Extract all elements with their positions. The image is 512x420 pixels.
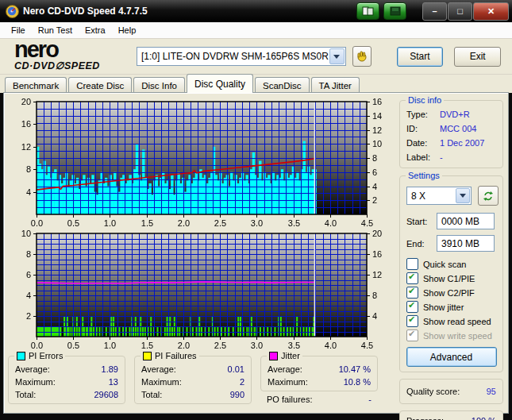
disc-info-value: 1 Dec 2007 bbox=[440, 138, 484, 148]
speed-dropdown-button[interactable] bbox=[456, 188, 470, 203]
save-screenshot-button[interactable] bbox=[383, 2, 406, 20]
menu-item-file[interactable]: File bbox=[5, 24, 32, 37]
stats-row: PI ErrorsAverage:1.89Maximum:13Total:296… bbox=[8, 356, 394, 404]
stat-value: 0.01 bbox=[228, 364, 244, 374]
app-icon bbox=[6, 5, 19, 18]
hand-icon bbox=[356, 50, 368, 63]
disc-info-value: MCC 004 bbox=[440, 124, 476, 133]
disc-info-row: Label:- bbox=[400, 150, 502, 164]
disc-info-group: Disc info Type:DVD+RID:MCC 004Date:1 Dec… bbox=[399, 100, 503, 168]
checkbox-label: Show C1/PIE bbox=[423, 274, 475, 283]
nero-logo: nero CD·DVD∅SPEED bbox=[14, 41, 125, 71]
settings-group: Settings 8 X bbox=[399, 175, 503, 372]
stat-label: Total: bbox=[141, 390, 162, 399]
checkbox-label: Show write speed bbox=[423, 331, 492, 341]
stat-label: Maximum: bbox=[268, 377, 308, 387]
checkbox-show-c1-pie[interactable] bbox=[406, 272, 418, 284]
chevron-down-icon bbox=[333, 55, 340, 59]
checkbox-row-show-jitter: Show jitter bbox=[400, 299, 502, 314]
stat-value: 10.47 % bbox=[339, 364, 371, 374]
disc-info-row: ID:MCC 004 bbox=[400, 121, 502, 136]
drive-actions-button[interactable] bbox=[352, 46, 371, 67]
drive-selector[interactable]: [1:0] LITE-ON DVDRW SHM-165P6S MS0R bbox=[137, 47, 346, 66]
progress-label: Progress: bbox=[406, 416, 444, 420]
checkbox-row-quick-scan: Quick scan bbox=[400, 256, 502, 271]
stat-label: Maximum: bbox=[141, 377, 182, 387]
pi-errors-stats: PI ErrorsAverage:1.89Maximum:13Total:296… bbox=[8, 356, 125, 404]
title-bar: Nero CD-DVD Speed 4.7.7.5 – □ ✕ bbox=[0, 0, 512, 22]
refresh-icon bbox=[483, 191, 494, 202]
disk-icon bbox=[390, 6, 401, 16]
charts-column: PI ErrorsAverage:1.89Maximum:13Total:296… bbox=[4, 93, 394, 413]
stat-label: Total: bbox=[15, 390, 36, 399]
quality-score-value: 95 bbox=[487, 387, 496, 396]
refresh-button[interactable] bbox=[478, 186, 499, 206]
maximize-button[interactable]: □ bbox=[448, 2, 472, 21]
speed-selector-value: 8 X bbox=[407, 191, 455, 202]
pi-errors-chart bbox=[8, 97, 387, 229]
document-icon bbox=[362, 6, 375, 16]
menu-bar: FileRun TestExtraHelp bbox=[0, 22, 512, 39]
checkbox-show-jitter[interactable] bbox=[406, 301, 418, 313]
pi-errors-stats-title: PI Errors bbox=[14, 351, 65, 360]
pi-failures-stats-title: PI Failures bbox=[141, 351, 199, 360]
tab-scandisc[interactable]: ScanDisc bbox=[255, 77, 310, 93]
checkbox-quick-scan[interactable] bbox=[406, 258, 418, 270]
report-button[interactable] bbox=[356, 2, 379, 20]
end-field[interactable] bbox=[437, 235, 495, 252]
disc-info-label: Type: bbox=[406, 110, 440, 119]
progress-box: Progress:100 %Position:3909 MBSpeed:7.92… bbox=[399, 410, 503, 420]
menu-item-help[interactable]: Help bbox=[112, 24, 143, 37]
pi-failures-stat-row: Average:0.01 bbox=[135, 363, 251, 376]
pi-errors-stat-row: Average:1.89 bbox=[9, 363, 125, 376]
close-button[interactable]: ✕ bbox=[473, 2, 509, 21]
exit-button[interactable]: Exit bbox=[454, 47, 501, 67]
stat-value: 990 bbox=[230, 390, 244, 399]
tab-benchmark[interactable]: Benchmark bbox=[5, 77, 67, 93]
stat-value: 13 bbox=[109, 377, 118, 387]
pi-errors-stat-row: Maximum:13 bbox=[9, 376, 125, 388]
chevron-down-icon bbox=[460, 194, 466, 198]
tab-disc-quality[interactable]: Disc Quality bbox=[187, 74, 253, 93]
tab-ta-jitter[interactable]: TA Jitter bbox=[311, 77, 360, 93]
speed-selector[interactable]: 8 X bbox=[406, 187, 472, 205]
app-window: Nero CD-DVD Speed 4.7.7.5 – □ ✕ FileRun … bbox=[0, 0, 512, 420]
disc-info-value: DVD+R bbox=[440, 110, 470, 119]
disc-info-row: Date:1 Dec 2007 bbox=[400, 136, 502, 150]
advanced-button[interactable]: Advanced bbox=[406, 347, 497, 367]
nero-logo-text: nero bbox=[14, 38, 125, 61]
tab-disc-info[interactable]: Disc Info bbox=[133, 77, 185, 93]
progress-row: Progress:100 % bbox=[400, 414, 502, 420]
pi-errors-stat-row: Total:29608 bbox=[9, 388, 125, 401]
settings-title: Settings bbox=[406, 171, 442, 180]
checkbox-label: Show read speed bbox=[423, 317, 491, 326]
tab-strip: BenchmarkCreate DiscDisc InfoDisc Qualit… bbox=[0, 75, 512, 93]
checkbox-row-show-c1-pie: Show C1/PIE bbox=[400, 271, 502, 285]
stat-value: 10.8 % bbox=[344, 377, 371, 387]
disc-info-label: ID: bbox=[406, 124, 440, 133]
menu-item-run-test[interactable]: Run Test bbox=[32, 24, 79, 37]
start-button[interactable]: Start bbox=[397, 47, 444, 67]
jitter-stats-title: Jitter bbox=[267, 351, 302, 360]
menu-item-extra[interactable]: Extra bbox=[79, 24, 112, 37]
disc-info-label: Label: bbox=[406, 152, 440, 162]
checkbox-show-write-speed bbox=[406, 329, 418, 341]
disc-info-title: Disc info bbox=[406, 95, 444, 105]
po-failures-value: - bbox=[368, 395, 371, 404]
drive-selector-dropdown-button[interactable] bbox=[329, 48, 345, 64]
checkbox-show-c2-pif[interactable] bbox=[406, 287, 418, 299]
disc-quality-page: PI ErrorsAverage:1.89Maximum:13Total:296… bbox=[3, 92, 509, 414]
jitter-stat-row: Maximum:10.8 % bbox=[261, 376, 377, 388]
pi-failures-stat-row: Maximum:2 bbox=[135, 376, 251, 388]
drive-selector-value: [1:0] LITE-ON DVDRW SHM-165P6S MS0R bbox=[137, 51, 329, 62]
start-field[interactable] bbox=[437, 213, 495, 229]
tab-create-disc[interactable]: Create Disc bbox=[68, 77, 132, 93]
jitter-legend-swatch bbox=[269, 352, 278, 360]
pi-failures-chart bbox=[8, 229, 387, 351]
pi-errors-legend-swatch bbox=[17, 352, 25, 360]
minimize-button[interactable]: – bbox=[422, 2, 447, 21]
disc-info-value: - bbox=[440, 152, 443, 162]
progress-value: 100 % bbox=[472, 416, 496, 420]
checkbox-show-read-speed[interactable] bbox=[406, 315, 418, 327]
pi-failures-stats: PI FailuresAverage:0.01Maximum:2Total:99… bbox=[134, 356, 252, 404]
